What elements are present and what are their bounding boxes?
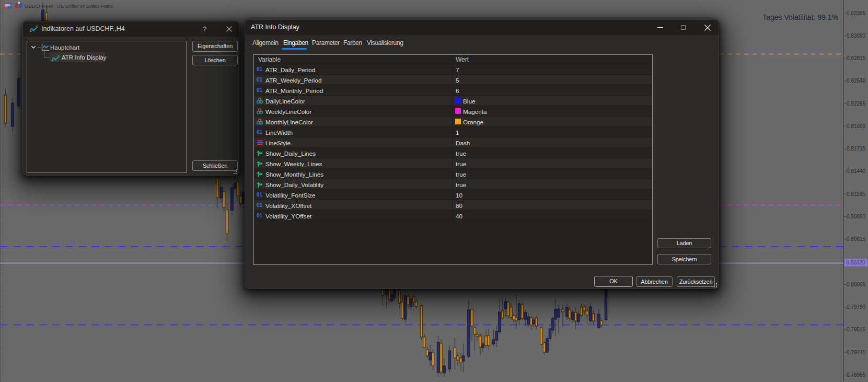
svg-text:0.80890: 0.80890 (847, 214, 866, 219)
svg-text:0.78965: 0.78965 (847, 372, 866, 378)
svg-text:0.80065: 0.80065 (847, 282, 866, 287)
svg-text:0.79240: 0.79240 (847, 350, 866, 355)
svg-text:0.81990: 0.81990 (847, 123, 866, 129)
svg-text:0.79790: 0.79790 (847, 304, 866, 310)
svg-text:0.82540: 0.82540 (847, 78, 866, 84)
svg-text:0.81715: 0.81715 (847, 146, 866, 152)
svg-text:0.81165: 0.81165 (847, 191, 865, 197)
svg-text:USDCHF,H4: US Dollar vs Swiss: USDCHF,H4: US Dollar vs Swiss Franc (25, 3, 113, 9)
svg-text:0.81440: 0.81440 (847, 168, 866, 174)
svg-text:0.82265: 0.82265 (847, 101, 866, 107)
svg-text:0.82815: 0.82815 (847, 55, 866, 61)
svg-text:Tages Volatilität: 99.1%: Tages Volatilität: 99.1% (762, 13, 838, 21)
svg-text:0.79515: 0.79515 (847, 327, 866, 332)
svg-text:0.83365: 0.83365 (847, 10, 866, 16)
svg-text:0.83090: 0.83090 (847, 33, 866, 39)
svg-text:0.80615: 0.80615 (847, 236, 866, 242)
svg-text:0.80320: 0.80320 (847, 260, 866, 265)
